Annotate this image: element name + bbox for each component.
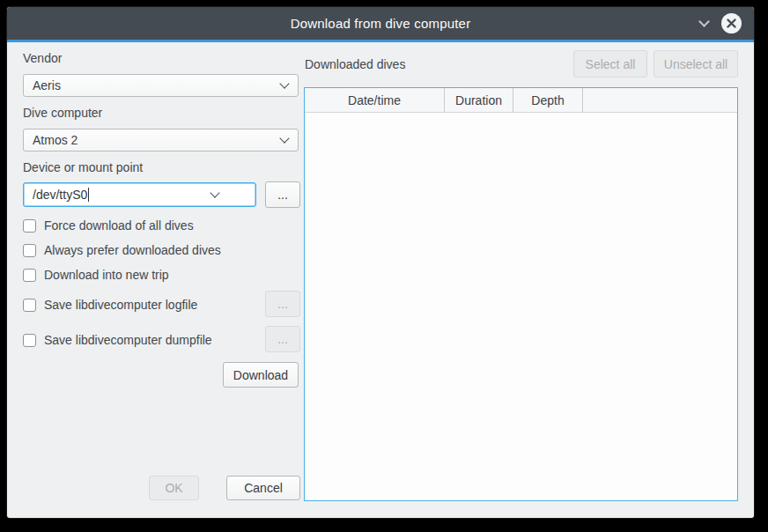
chevron-down-icon: [279, 78, 289, 88]
unselect-all-button[interactable]: Unselect all: [654, 50, 738, 78]
ok-button[interactable]: OK: [149, 476, 199, 500]
cancel-button[interactable]: Cancel: [226, 476, 300, 500]
vendor-select[interactable]: Aeris: [23, 74, 299, 97]
table-header-row: Date/time Duration Depth: [305, 88, 737, 113]
dive-computer-label: Dive computer: [23, 106, 102, 120]
save-logfile-checkbox[interactable]: [23, 299, 36, 312]
chevron-down-icon: [279, 133, 289, 143]
text-caret: [88, 188, 89, 202]
save-logfile-label: Save libdivecomputer logfile: [44, 298, 197, 312]
chevron-down-icon: [210, 188, 219, 197]
chevron-down-icon: [698, 16, 710, 27]
device-label: Device or mount point: [23, 160, 143, 174]
downloaded-dives-table[interactable]: Date/time Duration Depth: [304, 87, 738, 501]
vendor-value: Aeris: [33, 78, 61, 92]
logfile-browse-button[interactable]: ...: [265, 291, 300, 317]
select-all-button[interactable]: Select all: [573, 50, 647, 78]
prefer-downloaded-checkbox[interactable]: [23, 244, 36, 257]
device-value: /dev/ttyS0: [33, 188, 87, 202]
column-header-duration[interactable]: Duration: [445, 88, 513, 112]
column-header-blank[interactable]: [583, 88, 737, 112]
column-header-datetime[interactable]: Date/time: [305, 88, 445, 112]
column-header-depth[interactable]: Depth: [513, 88, 583, 112]
force-download-label: Force download of all dives: [44, 218, 194, 233]
device-combobox[interactable]: /dev/ttyS0: [23, 182, 256, 207]
window-title: Download from dive computer: [291, 16, 471, 31]
save-logfile-row: Save libdivecomputer logfile: [23, 298, 197, 312]
downloaded-dives-label: Downloaded dives: [305, 57, 405, 71]
dialog-content: Vendor Aeris Dive computer Atmos 2 Devic…: [7, 42, 754, 518]
device-browse-button[interactable]: ...: [265, 181, 300, 208]
dive-computer-value: Atmos 2: [33, 133, 78, 147]
prefer-downloaded-label: Always prefer downloaded dives: [44, 243, 221, 257]
dive-computer-select[interactable]: Atmos 2: [23, 129, 299, 151]
force-download-checkbox[interactable]: [23, 219, 36, 233]
download-button[interactable]: Download: [223, 362, 299, 388]
shade-button[interactable]: [696, 18, 712, 30]
save-dumpfile-row: Save libdivecomputer dumpfile: [23, 333, 212, 347]
vendor-label: Vendor: [23, 51, 62, 65]
dumpfile-browse-button[interactable]: ...: [265, 326, 300, 352]
titlebar[interactable]: Download from dive computer: [7, 7, 754, 40]
download-dialog-window: Download from dive computer Vendor Aeris…: [7, 7, 754, 518]
save-dumpfile-checkbox[interactable]: [23, 334, 36, 347]
force-download-row: Force download of all dives: [23, 218, 194, 233]
close-icon: [727, 18, 736, 28]
prefer-downloaded-row: Always prefer downloaded dives: [23, 243, 221, 257]
save-dumpfile-label: Save libdivecomputer dumpfile: [44, 333, 212, 347]
new-trip-row: Download into new trip: [23, 268, 169, 282]
new-trip-label: Download into new trip: [44, 268, 169, 282]
new-trip-checkbox[interactable]: [23, 269, 36, 282]
close-button[interactable]: [721, 13, 742, 33]
